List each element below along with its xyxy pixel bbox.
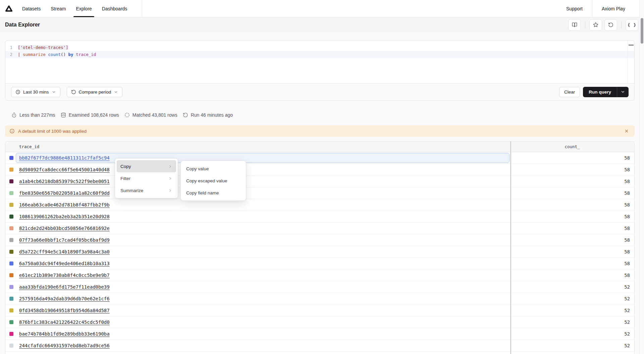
code-line-2[interactable]: 2| summarize count() by trace_id xyxy=(5,51,634,58)
series-color-swatch xyxy=(9,261,13,266)
org-menu[interactable]: Axiom Play xyxy=(592,0,635,17)
trace-id-link[interactable]: 244cfafdc664931597ebd8eb7ad9ce56 xyxy=(19,343,110,348)
trace-id-cell[interactable]: 166eab63ca0e462d781b8f487fbb2f9b xyxy=(5,199,510,211)
table-row[interactable]: aaa33bfda190e6fd175e7f11ead0be3952 xyxy=(5,281,634,293)
submenu-item-copy-value[interactable]: Copy value xyxy=(182,163,244,175)
table-row[interactable]: 244cfafdc664931597ebd8eb7ad9ce5652 xyxy=(5,340,634,352)
query-history-button[interactable] xyxy=(604,19,617,31)
trace-id-link[interactable]: aaa33bfda190e6fd175e7f11ead0be39 xyxy=(19,284,110,290)
menu-item-label: Filter xyxy=(120,176,130,181)
trace-id-link[interactable]: e61ec21b389e730ab8f4c0cc5be9e9b7 xyxy=(19,273,110,278)
table-row[interactable]: e61ec21b389e730ab8f4c0cc5be9e9b758 xyxy=(5,270,634,281)
table-row[interactable]: 07f73a66e0bbf1c7cad4f05bc6baf9d958 xyxy=(5,234,634,246)
trace-id-link[interactable]: 8d98092fca8decc66f5e645001a40d48 xyxy=(19,167,110,172)
trace-id-cell[interactable]: 2575916da49a2dab39d6db70e62e1cf6 xyxy=(5,293,510,304)
nav-tab-explore[interactable]: Explore xyxy=(76,0,92,17)
trace-id-link[interactable]: bb82f67f7dc9886e4811311c7faf5c94 xyxy=(19,155,110,161)
run-query-button[interactable]: Run query xyxy=(583,87,629,97)
menu-item-summarize[interactable]: Summarize xyxy=(117,184,176,196)
table-row[interactable]: 166eab63ca0e462d781b8f487fbb2f9b58 xyxy=(5,199,634,211)
page-scrollbar-thumb[interactable] xyxy=(641,18,643,44)
editor-scrollbar-thumb[interactable] xyxy=(629,45,634,46)
run-query-label[interactable]: Run query xyxy=(583,87,617,97)
nav-tab-dashboards[interactable]: Dashboards xyxy=(102,0,127,17)
clear-button[interactable]: Clear xyxy=(559,87,580,97)
trace-id-cell[interactable]: bb82f67f7dc9886e4811311c7faf5c94 xyxy=(5,152,510,164)
code-token: | xyxy=(18,52,23,57)
trace-id-cell[interactable]: 876bf1c383ca421226422c45cdc5f0d0 xyxy=(5,316,510,328)
count-cell: 58 xyxy=(510,167,634,172)
trace-id-link[interactable]: fbe8350e6567b0220581a1a82c60f9dd xyxy=(19,190,110,196)
page-header: Data Explorer { } xyxy=(0,17,644,32)
table-row[interactable]: d5a722cff94e5c14b1890f3a98a4c3a058 xyxy=(5,246,634,258)
trace-id-link[interactable]: a1ab4cb6218db853979c522f9ebe0051 xyxy=(19,179,110,184)
page-scrollbar[interactable] xyxy=(639,0,644,354)
close-icon[interactable] xyxy=(623,127,630,135)
column-header-trace-id[interactable]: trace_id xyxy=(5,144,510,149)
nav-tab-stream[interactable]: Stream xyxy=(51,0,66,17)
trace-id-cell[interactable]: a1ab4cb6218db853979c522f9ebe0051 xyxy=(5,176,510,187)
column-header-count[interactable]: count_ xyxy=(510,144,634,149)
database-icon xyxy=(61,112,66,118)
nav-tab-datasets[interactable]: Datasets xyxy=(22,0,41,17)
chevron-down-icon xyxy=(621,90,625,94)
code-token: trace_id xyxy=(76,52,96,57)
time-range-button[interactable]: Last 30 mins xyxy=(11,87,60,97)
table-row[interactable]: 1086139061262ba2eb3a2b351e20d92858 xyxy=(5,211,634,223)
trace-id-cell[interactable]: aaa33bfda190e6fd175e7f11ead0be39 xyxy=(5,281,510,293)
table-row[interactable]: 821cde2d24bb03bcd50856e76681692e58 xyxy=(5,223,634,234)
trace-id-cell[interactable]: 07f73a66e0bbf1c7cad4f05bc6baf9d9 xyxy=(5,234,510,246)
trace-id-cell[interactable]: bae74b784bb1fd9e289bdbb33e6190ba xyxy=(5,328,510,340)
table-row[interactable]: 8d98092fca8decc66f5e645001a40d4858 xyxy=(5,164,634,176)
trace-id-link[interactable]: 821cde2d24bb03bcd50856e76681692e xyxy=(19,226,110,231)
trace-id-cell[interactable]: 6a750a03dc94f49ede406ed18b10a313 xyxy=(5,258,510,269)
starred-queries-button[interactable] xyxy=(589,19,602,31)
submenu-item-copy-escaped-value[interactable]: Copy escaped value xyxy=(182,175,244,187)
trace-id-link[interactable]: 0fd3458db190649518fb954d6a84d587 xyxy=(19,308,110,313)
trace-id-link[interactable]: 166eab63ca0e462d781b8f487fbb2f9b xyxy=(19,202,110,208)
run-query-options-button[interactable] xyxy=(617,87,629,97)
compare-period-button[interactable]: Compare period xyxy=(67,87,123,97)
table-row[interactable]: 6a750a03dc94f49ede406ed18b10a31358 xyxy=(5,258,634,270)
trace-id-link[interactable]: bae74b784bb1fd9e289bdbb33e6190ba xyxy=(19,331,110,337)
count-cell: 58 xyxy=(510,190,634,196)
trace-id-cell[interactable]: 8d98092fca8decc66f5e645001a40d48 xyxy=(5,164,510,175)
count-cell: 58 xyxy=(510,226,634,231)
trace-id-cell[interactable]: fbe8350e6567b0220581a1a82c60f9dd xyxy=(5,187,510,199)
column-resize-handle[interactable] xyxy=(510,141,511,354)
trace-id-link[interactable]: 876bf1c383ca421226422c45cdc5f0d0 xyxy=(19,319,110,325)
trace-id-cell[interactable]: d5a722cff94e5c14b1890f3a98a4c3a0 xyxy=(5,246,510,257)
table-row[interactable]: bb82f67f7dc9886e4811311c7faf5c9458 xyxy=(5,152,634,164)
axiom-logo-icon[interactable] xyxy=(5,0,13,17)
table-row[interactable]: 876bf1c383ca421226422c45cdc5f0d052 xyxy=(5,316,634,328)
limit-warning-text: A default limit of 1000 was applied xyxy=(18,129,87,134)
trace-id-link[interactable]: d5a722cff94e5c14b1890f3a98a4c3a0 xyxy=(19,249,110,254)
trace-id-link[interactable]: 2575916da49a2dab39d6db70e62e1cf6 xyxy=(19,296,110,301)
trace-id-link[interactable]: 6a750a03dc94f49ede406ed18b10a313 xyxy=(19,261,110,266)
docs-button[interactable] xyxy=(568,19,581,31)
trace-id-cell[interactable]: 821cde2d24bb03bcd50856e76681692e xyxy=(5,223,510,234)
menu-item-filter[interactable]: Filter xyxy=(117,172,176,184)
trace-id-cell[interactable]: 0fd3458db190649518fb954d6a84d587 xyxy=(5,305,510,316)
table-row[interactable]: fbe8350e6567b0220581a1a82c60f9dd58 xyxy=(5,187,634,199)
chevron-right-icon xyxy=(168,164,172,169)
menu-item-copy[interactable]: Copy xyxy=(117,160,176,172)
raw-query-button[interactable]: { } xyxy=(626,19,638,31)
query-editor[interactable]: 1['otel-demo-traces']2| summarize count(… xyxy=(5,41,634,83)
target-icon xyxy=(124,112,130,118)
trace-id-link[interactable]: 1086139061262ba2eb3a2b351e20d928 xyxy=(19,214,110,219)
table-row[interactable]: 0fd3458db190649518fb954d6a84d58752 xyxy=(5,305,634,316)
submenu-item-copy-field-name[interactable]: Copy field name xyxy=(182,187,244,199)
trace-id-cell[interactable]: e61ec21b389e730ab8f4c0cc5be9e9b7 xyxy=(5,270,510,281)
table-row[interactable]: a1ab4cb6218db853979c522f9ebe005158 xyxy=(5,176,634,187)
support-link[interactable]: Support xyxy=(557,0,592,17)
trace-id-cell[interactable]: 244cfafdc664931597ebd8eb7ad9ce56 xyxy=(5,340,510,351)
trace-id-link[interactable]: 07f73a66e0bbf1c7cad4f05bc6baf9d9 xyxy=(19,237,110,243)
trace-id-cell[interactable]: 1086139061262ba2eb3a2b351e20d928 xyxy=(5,211,510,222)
table-row[interactable]: 2575916da49a2dab39d6db70e62e1cf652 xyxy=(5,293,634,305)
code-line-1[interactable]: 1['otel-demo-traces'] xyxy=(5,44,634,51)
count-cell: 52 xyxy=(510,343,634,348)
count-cell: 58 xyxy=(510,155,634,161)
table-row[interactable]: bae74b784bb1fd9e289bdbb33e6190ba52 xyxy=(5,328,634,340)
context-menu: CopyFilterSummarize xyxy=(115,158,178,198)
